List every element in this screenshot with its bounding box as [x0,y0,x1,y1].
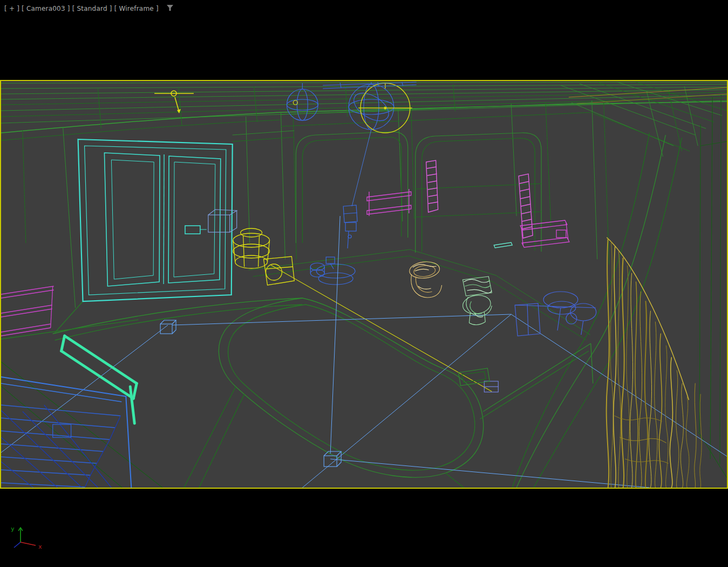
viewport-label: [ + ] [ Camera003 ] [ Standard ] [ Wiref… [4,4,174,13]
viewport-menu-general[interactable]: [ + ] [4,5,19,12]
ceiling-light-left[interactable] [287,83,318,120]
staircase[interactable] [1,377,131,488]
towel-radiator-right[interactable] [519,174,533,238]
toilet[interactable] [461,276,492,325]
wall-arches[interactable] [296,132,541,253]
faucet-column[interactable] [343,205,357,248]
viewport-filter-icon[interactable] [166,4,174,13]
box-helper-right[interactable] [484,381,498,392]
axis-x-label: x [38,543,42,550]
floor-platform[interactable] [1,298,591,488]
double-door[interactable] [78,139,233,301]
axis-z [14,542,21,548]
shelf-right[interactable] [520,220,569,247]
world-axis-gizmo: y x [9,524,52,552]
shower-curtain[interactable] [607,238,702,488]
axis-x: x [21,542,42,550]
ceiling-strip-blue[interactable] [323,82,416,89]
viewport-canvas[interactable] [1,81,727,488]
bidet[interactable] [409,260,441,298]
small-shelf-teal[interactable] [494,242,512,248]
window-frame-right[interactable] [698,95,727,478]
door-handle[interactable] [185,226,200,234]
axis-y-label: y [11,525,15,532]
axis-y: y [11,525,23,542]
curved-wall-right[interactable] [512,133,682,488]
viewport-menu-pov[interactable]: [ Camera003 ] [22,5,70,12]
viewport-menu-shading[interactable]: [ Wireframe ] [114,5,159,12]
viewport-menu-style[interactable]: [ Standard ] [72,5,112,12]
towel-radiator-left[interactable] [426,160,438,212]
ceiling-light-right[interactable] [349,82,394,206]
wall-shelves-left[interactable] [1,286,54,336]
room-walls[interactable] [23,100,609,340]
sink-right[interactable] [515,292,596,336]
cube-helper-left[interactable] [160,320,176,334]
application-stage: [ + ] [ Camera003 ] [ Standard ] [ Wiref… [0,0,728,567]
shelf-center[interactable] [367,189,411,216]
step-box[interactable] [458,368,489,386]
camera-viewport[interactable] [0,80,728,489]
towel-rack-teal[interactable] [62,336,137,423]
